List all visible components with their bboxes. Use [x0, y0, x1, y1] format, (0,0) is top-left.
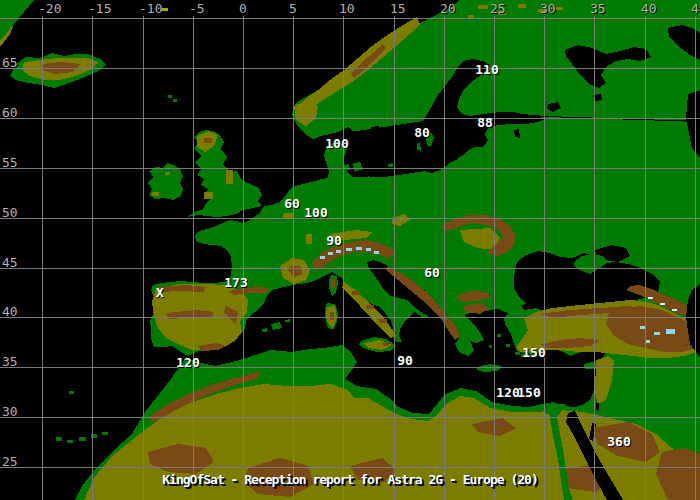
lat-tick-label: 55 — [2, 156, 18, 169]
europe-terrain-map — [0, 0, 700, 500]
lon-gridline — [645, 16, 646, 500]
islands-canary — [56, 432, 108, 443]
reception-value-label: 150 — [517, 386, 540, 399]
lat-tick-label: 65 — [2, 56, 18, 69]
reception-value-label: 88 — [477, 116, 493, 129]
lon-gridline — [343, 16, 344, 500]
map-title: KingOfSat - Reception report for Astra 2… — [162, 472, 537, 487]
lat-gridline — [0, 168, 700, 169]
island-crete — [477, 364, 502, 372]
highland-pennines — [226, 170, 233, 184]
reception-value-label: 60 — [424, 266, 440, 279]
lon-tick-label: 25 — [490, 2, 506, 15]
lon-tick-label: 5 — [289, 2, 297, 15]
lat-gridline — [0, 268, 700, 269]
lon-tick-label: 30 — [540, 2, 556, 15]
lat-tick-label: 25 — [2, 455, 18, 468]
lon-tick-label: 40 — [641, 2, 657, 15]
lon-tick-label: 0 — [239, 2, 247, 15]
lon-gridline — [594, 16, 595, 500]
lat-tick-label: 60 — [2, 106, 18, 119]
lon-gridline — [143, 16, 144, 500]
lat-tick-label: 30 — [2, 405, 18, 418]
lat-gridline — [0, 18, 700, 19]
lon-tick-label: -5 — [189, 2, 205, 15]
lon-tick-label: 45 — [691, 2, 700, 15]
lat-tick-label: 45 — [2, 256, 18, 269]
reception-map: -20-15-10-505101520253035404565605550454… — [0, 0, 700, 500]
lake-dead-sea — [596, 403, 599, 410]
lon-tick-label: -10 — [139, 2, 162, 15]
reception-value-label: 90 — [397, 354, 413, 367]
island-menorca — [285, 319, 290, 322]
lon-gridline — [42, 16, 43, 500]
lon-gridline — [695, 16, 696, 500]
reception-value-label: 173 — [224, 276, 247, 289]
lon-gridline — [243, 16, 244, 500]
lat-gridline — [0, 467, 700, 468]
lat-tick-label: 35 — [2, 355, 18, 368]
reception-value-label: 120 — [496, 386, 519, 399]
island-ibiza — [262, 328, 267, 332]
lon-gridline — [444, 16, 445, 500]
reception-value-label: 100 — [325, 137, 348, 150]
lat-gridline — [0, 317, 700, 318]
lat-gridline — [0, 68, 700, 69]
reception-value-label: 80 — [414, 126, 430, 139]
lon-gridline — [494, 16, 495, 500]
highland-wales — [204, 192, 213, 199]
lon-tick-label: 35 — [590, 2, 606, 15]
reception-value-label: 120 — [176, 356, 199, 369]
reception-value-label: 60 — [284, 197, 300, 210]
yellow-dash-marker — [161, 8, 168, 11]
lat-gridline — [0, 417, 700, 418]
lon-gridline — [293, 16, 294, 500]
lon-tick-label: -20 — [38, 2, 61, 15]
island-mallorca — [271, 322, 282, 330]
lake-van — [666, 329, 675, 334]
lon-tick-label: 10 — [339, 2, 355, 15]
lat-gridline — [0, 218, 700, 219]
lat-tick-label: 50 — [2, 206, 18, 219]
island-madeira — [69, 391, 74, 394]
reception-value-label: 360 — [607, 435, 630, 448]
lat-tick-label: 40 — [2, 305, 18, 318]
lake-vattern — [381, 134, 385, 143]
island-funen — [344, 164, 350, 170]
reception-value-label: 110 — [475, 63, 498, 76]
mountains-corsica — [331, 279, 335, 288]
location-x-marker: X — [156, 286, 164, 299]
island-bornholm — [388, 163, 393, 167]
lon-tick-label: 20 — [440, 2, 456, 15]
lon-gridline — [92, 16, 93, 500]
highland-vosges — [306, 234, 312, 244]
mountain-etna — [383, 342, 389, 346]
lat-gridline — [0, 367, 700, 368]
islands-faroe — [168, 95, 177, 102]
lon-gridline — [544, 16, 545, 500]
lon-gridline — [394, 16, 395, 500]
lat-gridline — [0, 118, 700, 119]
reception-value-label: 100 — [304, 206, 327, 219]
mountains-sardinia — [330, 312, 334, 320]
lon-gridline — [193, 16, 194, 500]
mountains-scotland — [204, 138, 212, 143]
landmass-greenland-tip — [0, 0, 34, 40]
reception-value-label: 90 — [326, 234, 342, 247]
reception-value-label: 150 — [522, 346, 545, 359]
lon-tick-label: 15 — [390, 2, 406, 15]
lon-tick-label: -15 — [88, 2, 111, 15]
